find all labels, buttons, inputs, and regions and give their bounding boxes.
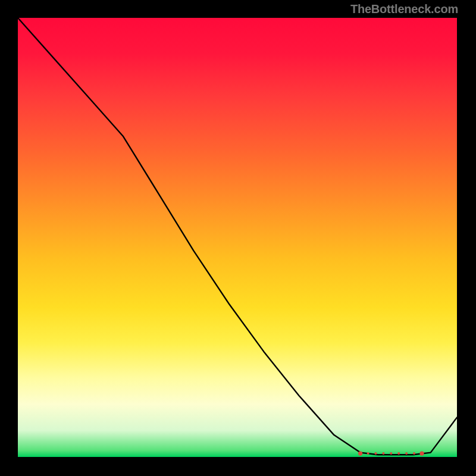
trough-dot — [405, 452, 408, 455]
bottleneck-curve — [18, 18, 457, 455]
chart-overlay — [18, 18, 457, 457]
trough-dot — [382, 452, 384, 455]
trough-dot — [397, 452, 400, 455]
trough-dot — [390, 452, 392, 455]
trough-dot — [367, 452, 369, 455]
trough-dot — [375, 452, 377, 455]
watermark-text: TheBottleneck.com — [350, 2, 458, 16]
trough-dot — [358, 452, 362, 456]
chart-frame: TheBottleneck.com — [0, 0, 476, 476]
trough-dot — [419, 452, 424, 456]
trough-dot — [413, 452, 415, 455]
